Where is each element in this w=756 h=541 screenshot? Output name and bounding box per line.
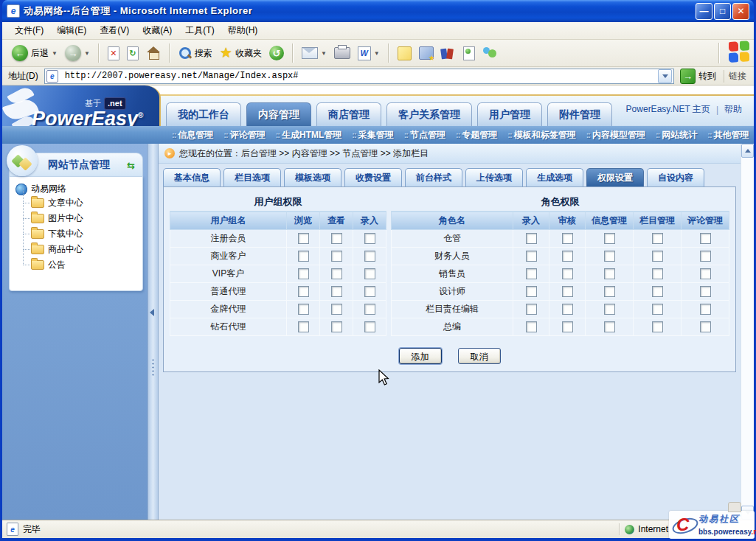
- settings-tab[interactable]: 前台样式: [405, 168, 462, 186]
- permission-checkbox[interactable]: [652, 286, 663, 297]
- permission-checkbox[interactable]: [652, 268, 663, 279]
- close-button[interactable]: ✕: [732, 3, 749, 20]
- help-link[interactable]: 帮助: [724, 103, 742, 116]
- stop-button[interactable]: ✕: [104, 45, 123, 62]
- favorites-button[interactable]: ★ 收藏夹: [216, 45, 266, 61]
- permission-checkbox[interactable]: [364, 268, 375, 279]
- sidebar-splitter[interactable]: [148, 144, 159, 520]
- permission-checkbox[interactable]: [364, 251, 375, 262]
- permission-checkbox[interactable]: [526, 304, 537, 315]
- module-tab[interactable]: 用户管理: [477, 102, 542, 126]
- subnav-link[interactable]: ::内容模型管理: [586, 129, 645, 142]
- permission-checkbox[interactable]: [562, 304, 573, 315]
- scroll-up-button[interactable]: [741, 144, 754, 158]
- permission-checkbox[interactable]: [700, 233, 711, 244]
- permission-checkbox[interactable]: [526, 286, 537, 297]
- permission-checkbox[interactable]: [700, 321, 711, 332]
- forward-dropdown-icon[interactable]: ▼: [84, 50, 90, 57]
- tree-node[interactable]: 公告: [21, 257, 138, 273]
- history-button[interactable]: ↺: [266, 44, 288, 62]
- permission-checkbox[interactable]: [298, 268, 309, 279]
- back-button[interactable]: ← 后退 ▼: [8, 43, 61, 63]
- permission-checkbox[interactable]: [364, 304, 375, 315]
- settings-tab[interactable]: 自设内容: [647, 168, 704, 186]
- settings-tab[interactable]: 生成选项: [526, 168, 583, 186]
- mail-dropdown-icon[interactable]: ▼: [321, 50, 327, 57]
- permission-checkbox[interactable]: [604, 268, 615, 279]
- settings-tab[interactable]: 基本信息: [163, 168, 221, 186]
- add-button[interactable]: 添加: [399, 348, 442, 364]
- permission-checkbox[interactable]: [604, 321, 615, 332]
- permission-checkbox[interactable]: [652, 251, 663, 262]
- permission-checkbox[interactable]: [700, 268, 711, 279]
- permission-checkbox[interactable]: [700, 304, 711, 315]
- permission-checkbox[interactable]: [298, 304, 309, 315]
- subnav-link[interactable]: ::采集管理: [352, 129, 393, 142]
- tree-root-node[interactable]: 动易网络: [15, 183, 138, 195]
- permission-checkbox[interactable]: [562, 321, 573, 332]
- content-scrollbar[interactable]: [741, 144, 754, 520]
- permission-checkbox[interactable]: [526, 251, 537, 262]
- permission-checkbox[interactable]: [298, 251, 309, 262]
- permission-checkbox[interactable]: [604, 233, 615, 244]
- go-button[interactable]: → 转到: [677, 69, 719, 84]
- subnav-link[interactable]: ::生成HTML管理: [276, 129, 342, 142]
- permission-checkbox[interactable]: [331, 268, 342, 279]
- permission-checkbox[interactable]: [526, 233, 537, 244]
- menu-item-2[interactable]: 查看(V): [93, 23, 136, 38]
- print-button[interactable]: [330, 46, 354, 60]
- minimize-button[interactable]: —: [696, 3, 712, 20]
- forward-button[interactable]: → ▼: [61, 43, 94, 63]
- permission-checkbox[interactable]: [604, 286, 615, 297]
- messenger-button[interactable]: [479, 46, 501, 61]
- edit-dropdown-icon[interactable]: ▼: [374, 50, 380, 57]
- permission-checkbox[interactable]: [652, 233, 663, 244]
- home-button[interactable]: [142, 45, 164, 61]
- menu-item-0[interactable]: 文件(F): [8, 23, 50, 38]
- permission-checkbox[interactable]: [364, 321, 375, 332]
- address-input[interactable]: e http://2007.powereasy.net/Manage/Index…: [44, 69, 674, 84]
- title-bar[interactable]: e 动易网络--后台管理 - Microsoft Internet Explor…: [2, 0, 754, 22]
- permission-checkbox[interactable]: [604, 304, 615, 315]
- permission-checkbox[interactable]: [526, 268, 537, 279]
- module-tab[interactable]: 客户关系管理: [386, 102, 472, 126]
- permission-checkbox[interactable]: [526, 321, 537, 332]
- subnav-link[interactable]: ::专题管理: [456, 129, 497, 142]
- permission-checkbox[interactable]: [331, 321, 342, 332]
- clip-button[interactable]: [460, 45, 479, 62]
- back-dropdown-icon[interactable]: ▼: [52, 50, 58, 57]
- subnav-link[interactable]: ::评论管理: [223, 129, 265, 142]
- permission-checkbox[interactable]: [562, 286, 573, 297]
- edit-button[interactable]: W ▼: [354, 45, 384, 62]
- permission-checkbox[interactable]: [331, 233, 342, 244]
- settings-tab[interactable]: 模板选项: [284, 168, 341, 186]
- subnav-link[interactable]: ::信息管理: [172, 129, 213, 142]
- permission-checkbox[interactable]: [562, 268, 573, 279]
- subnav-link[interactable]: ::其他管理: [707, 129, 749, 142]
- permission-checkbox[interactable]: [652, 304, 663, 315]
- tree-node[interactable]: 商品中心: [21, 242, 138, 257]
- tree-node[interactable]: 文章中心: [21, 195, 138, 211]
- search-button[interactable]: 搜索: [175, 45, 216, 61]
- permission-checkbox[interactable]: [604, 251, 615, 262]
- permission-checkbox[interactable]: [331, 286, 342, 297]
- module-tab[interactable]: 我的工作台: [166, 102, 241, 126]
- research-button[interactable]: [437, 46, 460, 60]
- subnav-link[interactable]: ::节点管理: [404, 129, 445, 142]
- permission-checkbox[interactable]: [652, 321, 663, 332]
- subnav-link[interactable]: ::网站统计: [656, 129, 697, 142]
- permission-checkbox[interactable]: [298, 233, 309, 244]
- maximize-button[interactable]: □: [714, 3, 731, 20]
- permission-checkbox[interactable]: [700, 286, 711, 297]
- permission-checkbox[interactable]: [700, 251, 711, 262]
- module-tab[interactable]: 附件管理: [547, 102, 612, 126]
- subnav-link[interactable]: ::模板和标签管理: [507, 129, 575, 142]
- notes-button[interactable]: [394, 45, 415, 62]
- permission-checkbox[interactable]: [562, 233, 573, 244]
- module-tab[interactable]: 内容管理: [246, 102, 311, 126]
- links-label[interactable]: 链接: [724, 70, 751, 83]
- home-page-link[interactable]: PowerEasy.NET 主页: [626, 103, 710, 116]
- permission-checkbox[interactable]: [364, 286, 375, 297]
- permission-checkbox[interactable]: [298, 286, 309, 297]
- cancel-button[interactable]: 取消: [458, 348, 501, 364]
